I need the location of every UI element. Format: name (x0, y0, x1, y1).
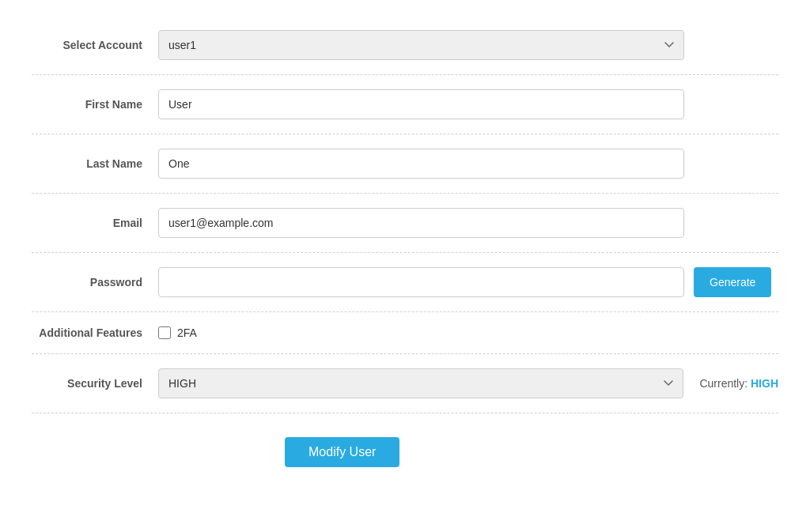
currently-label: Currently: HIGH (699, 377, 778, 390)
email-input[interactable] (158, 208, 684, 238)
password-row: Password Generate (32, 253, 778, 312)
security-level-dropdown[interactable]: LOW MEDIUM HIGH (158, 368, 683, 398)
modify-user-row: Modify User (32, 413, 778, 499)
first-name-input[interactable] (158, 89, 684, 119)
additional-features-row: Additional Features 2FA (32, 312, 778, 354)
password-controls: Generate (158, 267, 778, 297)
additional-features-label: Additional Features (32, 326, 158, 339)
password-label: Password (32, 276, 158, 289)
email-label: Email (32, 217, 158, 229)
select-account-row: Select Account user1 user2 user3 (32, 16, 778, 75)
form-container: Select Account user1 user2 user3 First N… (0, 0, 810, 515)
twofa-label[interactable]: 2FA (177, 326, 197, 339)
security-level-row: Security Level LOW MEDIUM HIGH Currently… (32, 354, 778, 413)
last-name-input[interactable] (158, 149, 684, 179)
currently-value: HIGH (751, 377, 778, 390)
security-level-label: Security Level (32, 377, 158, 390)
email-row: Email (32, 194, 778, 253)
select-account-label: Select Account (32, 39, 158, 51)
twofa-checkbox[interactable] (158, 326, 171, 339)
last-name-row: Last Name (32, 134, 778, 194)
modify-user-button[interactable]: Modify User (285, 437, 399, 467)
generate-button[interactable]: Generate (694, 267, 771, 297)
first-name-row: First Name (32, 75, 778, 134)
password-input[interactable] (158, 267, 684, 297)
select-account-dropdown[interactable]: user1 user2 user3 (158, 30, 684, 60)
last-name-label: Last Name (32, 157, 158, 170)
first-name-label: First Name (32, 98, 158, 111)
security-level-controls: LOW MEDIUM HIGH Currently: HIGH (158, 368, 778, 398)
twofa-wrapper: 2FA (158, 326, 197, 339)
